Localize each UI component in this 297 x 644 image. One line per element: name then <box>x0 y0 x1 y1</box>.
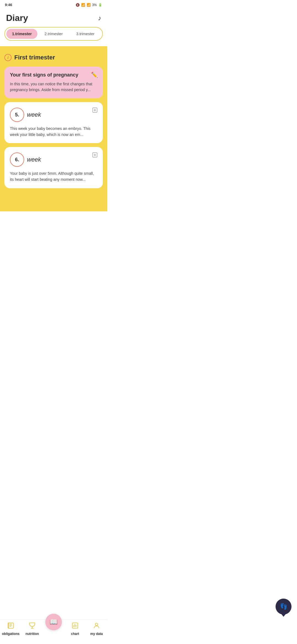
week-card-5[interactable]: 5. week This week your baby becomes an e… <box>4 102 103 143</box>
music-icon[interactable]: ♪ <box>98 14 101 22</box>
trimester-tabs-container: 1.trimester 2.trimester 3.trimester <box>0 27 107 46</box>
week-card-6-text: Your baby is just over 5mm. Although qui… <box>10 171 97 182</box>
status-time: 9:46 <box>5 3 12 7</box>
week-card-6[interactable]: 6. week Your baby is just over 5mm. Alth… <box>4 147 103 188</box>
section-title: First trimester <box>14 54 55 61</box>
tab-3-trimester[interactable]: 3.trimester <box>70 29 101 39</box>
week-label-5: week <box>27 111 41 118</box>
tab-2-trimester[interactable]: 2.trimester <box>38 29 69 39</box>
mute-icon: 🔇 <box>76 3 80 7</box>
info-icon: i <box>4 54 12 61</box>
header: Diary ♪ <box>0 9 107 27</box>
battery-text: 3% <box>92 3 97 7</box>
week-label-6: week <box>27 156 41 163</box>
status-right: 🔇 📶 📶 3% 🔋 <box>76 3 102 7</box>
tab-1-trimester[interactable]: 1.trimester <box>6 29 37 39</box>
week-number-6: 6. <box>10 152 24 167</box>
status-bar: 9:46 🔇 📶 📶 3% 🔋 <box>0 0 107 9</box>
section-header: i First trimester <box>4 54 103 61</box>
trimester-tabs: 1.trimester 2.trimester 3.trimester <box>4 27 103 41</box>
battery-icon: 🔋 <box>98 3 102 7</box>
pink-card[interactable]: Your first signs of pregnancy In this ti… <box>4 67 103 98</box>
week-number-5: 5. <box>10 108 24 122</box>
week-card-5-text: This week your baby becomes an embryo. T… <box>10 126 97 138</box>
page-title: Diary <box>6 13 28 23</box>
week-card-6-edit-icon[interactable] <box>92 152 98 159</box>
wifi-icon: 📶 <box>81 3 85 7</box>
pink-card-title: Your first signs of pregnancy <box>10 72 97 78</box>
main-content: i First trimester Your first signs of pr… <box>0 46 107 211</box>
signal-icon: 📶 <box>87 3 91 7</box>
week-card-5-edit-icon[interactable] <box>92 107 98 114</box>
week-header-5: 5. week <box>10 108 97 122</box>
week-header-6: 6. week <box>10 152 97 167</box>
pink-card-text: In this time, you can notice the first c… <box>10 81 97 93</box>
pink-card-edit-icon[interactable]: ✏️ <box>91 72 98 78</box>
